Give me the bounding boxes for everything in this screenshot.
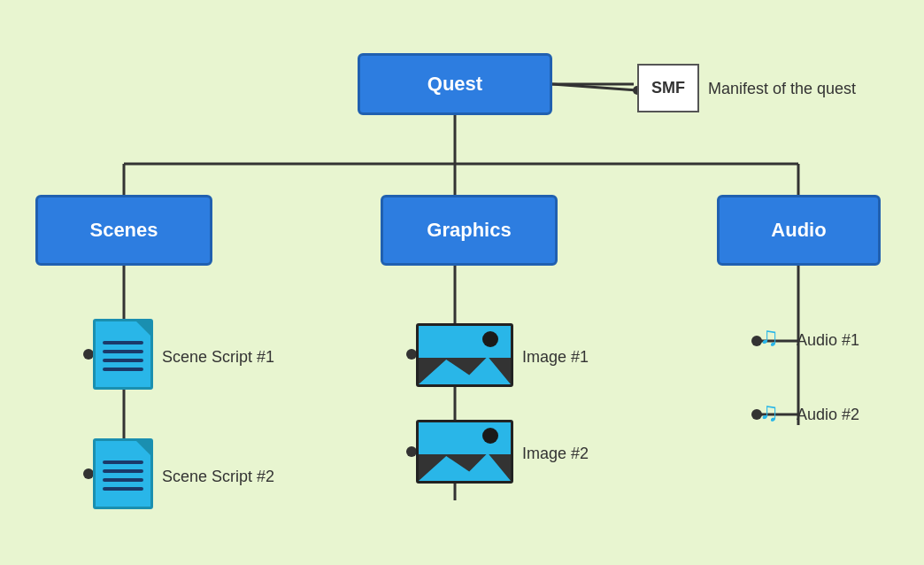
scenes-label: Scenes [89, 219, 158, 242]
quest-node: Quest [358, 53, 552, 115]
smf-label: SMF [651, 79, 685, 97]
audio-icon-1: ♫ [759, 323, 780, 350]
script-icon-1 [93, 319, 153, 390]
graphics-node: Graphics [381, 195, 558, 266]
quest-label: Quest [427, 73, 482, 96]
script2-label: Scene Script #2 [162, 468, 274, 486]
image2-label: Image #2 [522, 445, 589, 463]
image1-label: Image #1 [522, 348, 589, 367]
script-icon-2 [93, 438, 153, 509]
svg-line-0 [552, 84, 637, 90]
smf-description: Manifest of the quest [708, 80, 856, 98]
graphics-label: Graphics [427, 219, 511, 242]
smf-node: SMF [637, 64, 699, 112]
audio-icon-2: ♫ [759, 399, 780, 425]
script1-label: Scene Script #1 [162, 348, 274, 367]
audio-node: Audio [717, 195, 881, 266]
image-icon-2 [416, 420, 513, 484]
audio2-label: Audio #2 [797, 406, 859, 424]
image-icon-1 [416, 323, 513, 387]
scenes-node: Scenes [35, 195, 212, 266]
audio-label: Audio [771, 219, 826, 242]
audio1-label: Audio #1 [797, 331, 859, 350]
